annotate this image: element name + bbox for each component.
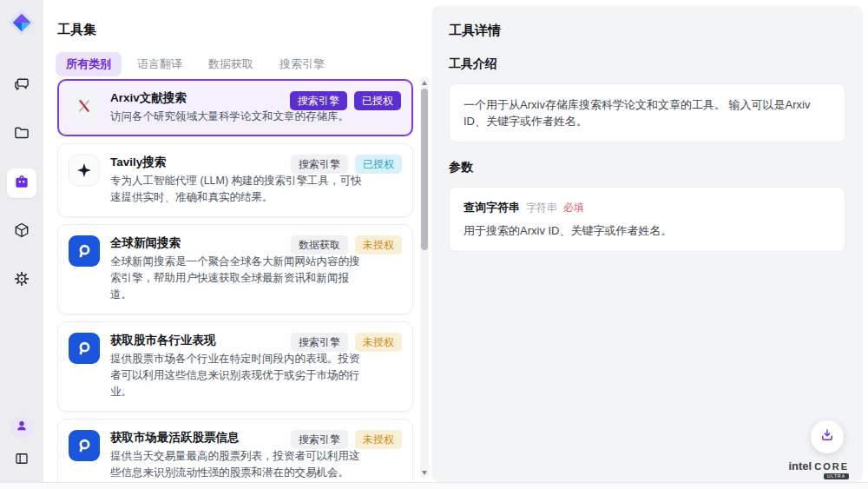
tool-category-badge: 数据获取 — [291, 235, 348, 254]
sidebar-rail — [0, 0, 43, 482]
folder-icon — [13, 124, 30, 145]
param-name: 查询字符串 — [464, 200, 520, 215]
user-avatar-icon — [15, 419, 29, 436]
tool-description: 全球新闻搜索是一个聚合全球各大新闻网站内容的搜索引擎，帮助用户快速获取全球最新资… — [110, 254, 364, 303]
intel-ultra-badge: ULTRA — [824, 473, 849, 479]
tool-card[interactable]: Tavily搜索 专为人工智能代理 (LLM) 构建的搜索引擎工具，可快速提供实… — [57, 143, 413, 217]
intro-heading: 工具介绍 — [449, 56, 845, 72]
cube-icon — [13, 221, 30, 242]
qsearch-icon — [69, 430, 100, 461]
app-logo — [8, 9, 36, 36]
tool-card[interactable]: Arxiv文献搜索 访问各个研究领域大量科学论文和文章的存储库。 搜索引擎 已授… — [57, 79, 413, 136]
params-heading: 参数 — [449, 160, 845, 175]
tool-card[interactable]: 全球新闻搜索 全球新闻搜索是一个聚合全球各大新闻网站内容的搜索引擎，帮助用户快速… — [57, 224, 413, 314]
list-scrollbar[interactable] — [420, 76, 429, 479]
panel-toggle-button[interactable] — [10, 449, 33, 472]
param-description: 用于搜索的Arxiv ID、关键字或作者姓名。 — [464, 223, 831, 239]
chat-icon — [13, 76, 30, 96]
tool-card[interactable]: 获取市场最活跃股票信息 提供当天交易量最高的股票列表，投资者可以利用这些信息来识… — [57, 419, 413, 482]
app-window: 工具集 所有类别语言翻译数据获取搜索引擎 Arxiv文献搜索 访问各个研究领域大… — [0, 0, 868, 489]
sidebar-item-tools[interactable] — [7, 169, 36, 198]
toolbox-icon — [13, 173, 30, 194]
download-button[interactable] — [811, 420, 844, 453]
param-type: 字符串 — [526, 201, 557, 215]
tab-数据获取[interactable]: 数据获取 — [198, 52, 264, 76]
download-icon — [819, 427, 835, 446]
tool-description: 提供当天交易量最高的股票列表，投资者可以利用这些信息来识别流动性强的股票和潜在的… — [110, 448, 364, 481]
scrollbar-thumb[interactable] — [421, 89, 428, 250]
tab-搜索引擎[interactable]: 搜索引擎 — [269, 52, 335, 76]
tab-所有类别[interactable]: 所有类别 — [56, 52, 122, 76]
sidebar-panel-icon — [14, 451, 30, 470]
tool-card[interactable]: 获取股市各行业表现 提供股票市场各个行业在特定时间段内的表现。投资者可以利用这些… — [57, 321, 413, 412]
intel-core-logo: intel CORE ULTRA — [788, 460, 849, 479]
qsearch-icon — [69, 235, 100, 267]
tool-auth-badge: 已授权 — [354, 91, 401, 110]
sidebar-item-packages[interactable] — [7, 217, 36, 247]
tool-description: 提供股票市场各个行业在特定时间段内的表现。投资者可以利用这些信息来识别表现优于或… — [110, 351, 364, 400]
sidebar-item-chat[interactable] — [7, 71, 36, 101]
toolset-panel: 工具集 所有类别语言翻译数据获取搜索引擎 Arxiv文献搜索 访问各个研究领域大… — [43, 3, 431, 482]
arxiv-icon — [69, 90, 100, 122]
qsearch-icon — [69, 333, 100, 364]
tool-auth-badge: 未授权 — [355, 333, 402, 352]
details-title: 工具详情 — [449, 23, 845, 39]
sidebar-item-files[interactable] — [7, 120, 36, 149]
scroll-up-arrow-icon[interactable] — [420, 78, 429, 87]
tool-category-badge: 搜索引擎 — [291, 155, 348, 174]
tool-description: 访问各个研究领域大量科学论文和文章的存储库。 — [110, 109, 364, 125]
user-avatar[interactable] — [10, 416, 33, 439]
intro-text: 一个用于从Arxiv存储库搜索科学论文和文章的工具。 输入可以是Arxiv ID… — [464, 96, 831, 129]
param-required-badge: 必填 — [563, 201, 584, 215]
category-tabs: 所有类别语言翻译数据获取搜索引擎 — [56, 52, 335, 76]
gear-icon — [13, 270, 30, 291]
tool-auth-badge: 未授权 — [355, 235, 402, 254]
tool-list: Arxiv文献搜索 访问各个研究领域大量科学论文和文章的存储库。 搜索引擎 已授… — [57, 79, 413, 482]
tavily-icon — [69, 155, 100, 186]
tool-auth-badge: 未授权 — [355, 430, 402, 449]
tool-description: 专为人工智能代理 (LLM) 构建的搜索引擎工具，可快速提供实时、准确和真实的结… — [110, 173, 364, 206]
core-logo-word: CORE — [814, 462, 849, 472]
bottom-strip — [0, 482, 868, 489]
tool-category-badge: 搜索引擎 — [291, 333, 348, 352]
tool-category-badge: 搜索引擎 — [290, 91, 347, 110]
intel-logo-word: intel — [788, 460, 812, 472]
tool-category-badge: 搜索引擎 — [291, 430, 348, 449]
tab-语言翻译[interactable]: 语言翻译 — [127, 52, 193, 76]
sidebar-item-settings[interactable] — [7, 266, 36, 295]
tool-auth-badge: 已授权 — [355, 155, 402, 174]
tool-details-panel: 工具详情 工具介绍 一个用于从Arxiv存储库搜索科学论文和文章的工具。 输入可… — [431, 5, 863, 482]
param-card: 查询字符串 字符串 必填 用于搜索的Arxiv ID、关键字或作者姓名。 — [449, 187, 845, 252]
toolset-title: 工具集 — [57, 22, 96, 38]
scroll-down-arrow-icon[interactable] — [420, 468, 429, 477]
intro-card: 一个用于从Arxiv存储库搜索科学论文和文章的工具。 输入可以是Arxiv ID… — [449, 83, 845, 142]
